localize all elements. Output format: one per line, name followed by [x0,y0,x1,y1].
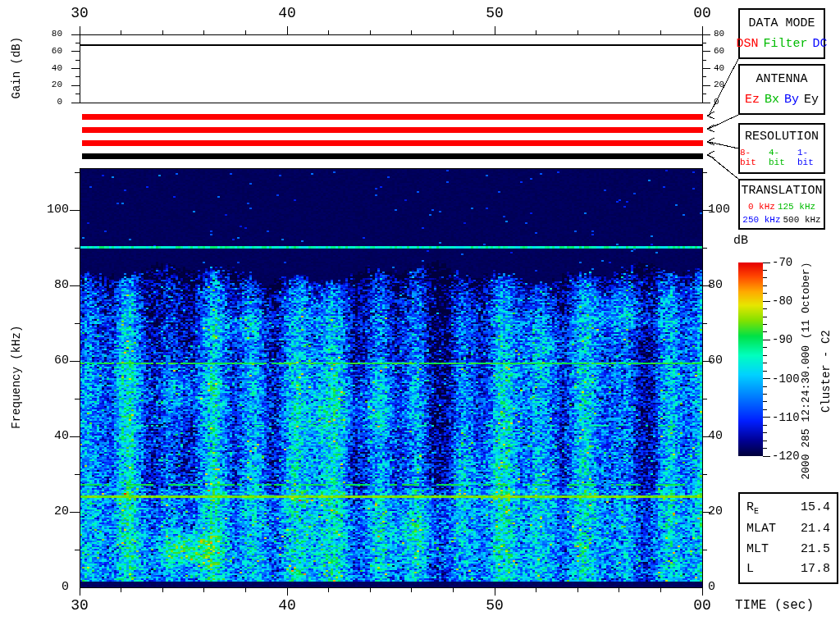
re-value: 15.4 [801,500,830,516]
data-mode-title: DATA MODE [748,16,815,30]
tick-label: 100 [33,203,69,216]
tick-label: 80 [39,30,62,39]
legend-option-by: By [784,93,799,107]
legend-option-ey: Ey [804,93,819,107]
tick-label: 80 [33,279,69,291]
legend-option-bx: Bx [765,93,779,107]
tick-label: 20 [714,80,724,89]
tick-label: 50 [477,598,513,613]
tick-label: 50 [477,6,513,21]
ephemeris-box: RE 15.4 MLAT 21.4 MLT 21.5 L 17.8 [738,492,838,584]
tick-label: -80 [772,295,792,307]
status-bar-data-mode [82,114,703,120]
tick-label: 40 [269,6,305,21]
tick-label: 0 [33,581,69,593]
ephemeris-row-re: RE 15.4 [746,500,830,516]
status-bar-antenna [82,127,703,133]
colorbar-units-label: dB [733,235,748,249]
translation-box: TRANSLATION 0 kHz125 kHz250 kHz500 kHz [738,179,825,230]
frequency-axis-title: Frequency (kHz) [11,254,23,500]
data-mode-box: DATA MODE DSNFilterDC [738,8,825,59]
tick-label: 100 [708,203,730,216]
antenna-box: ANTENNA EzBxByEy [738,64,825,115]
legend-options-row: EzBxByEy [745,93,819,107]
ephemeris-row-l: L 17.8 [746,562,830,576]
time-axis-title: TIME (sec) [735,599,814,614]
tick-label: 30 [62,598,98,613]
tick-label: -70 [772,257,792,268]
tick-label: 0 [39,98,62,107]
mlat-value: 21.4 [801,522,830,536]
legend-option-125-khz: 125 kHz [778,202,815,212]
tick-label: 60 [708,354,723,367]
resolution-box: RESOLUTION 8-bit4-bit1-bit [738,123,825,174]
tick-label: 60 [33,354,69,367]
tick-label: 0 [708,581,715,593]
legend-option-dc: DC [813,37,828,51]
tick-label: 80 [708,279,723,291]
tick-label: 40 [269,598,305,613]
gain-axis-title: Gain (dB) [11,2,23,134]
legend-option-0-khz: 0 kHz [748,202,775,212]
tick-label: 00 [684,6,720,21]
tick-label: 40 [39,64,62,73]
tick-label: 00 [684,598,720,613]
tick-label: 20 [39,80,62,89]
legend-option-8-bit: 8-bit [740,148,766,167]
legend-options-row: 8-bit4-bit1-bit [740,148,824,167]
legend-option-ez: Ez [745,93,760,107]
ephemeris-row-mlat: MLAT 21.4 [746,522,830,536]
spectrogram-canvas [80,168,702,587]
tick-label: 40 [708,430,723,442]
status-bar-resolution [82,140,703,146]
legend-option-500-khz: 500 kHz [783,215,821,225]
legend-options-row: DSNFilterDC [736,37,827,51]
tick-label: 40 [33,430,69,442]
l-value: 17.8 [801,562,830,576]
tick-label: -90 [772,334,792,345]
tick-label: 40 [714,64,724,73]
legend-option-250-khz: 250 kHz [742,215,780,225]
legend-option-4-bit: 4-bit [769,148,795,167]
tick-label: 30 [62,6,98,21]
colorbar-canvas [738,262,763,456]
spacecraft-annotation: Cluster - C2 [820,249,833,495]
tick-label: -100 [772,373,800,385]
status-bar-translation [82,153,703,159]
legend-options-row: 0 kHz125 kHz [748,202,815,212]
tick-label: -120 [772,450,800,462]
tick-label: 20 [33,505,69,518]
tick-label: -110 [772,412,800,423]
legend-option-1-bit: 1-bit [797,148,824,167]
tick-label: 20 [708,505,723,518]
tick-label: 0 [714,98,719,107]
legend-options-row: 250 kHz500 kHz [742,215,820,225]
tick-label: 60 [714,47,724,56]
legend-option-dsn: DSN [736,37,758,51]
translation-title: TRANSLATION [741,184,822,198]
tick-label: 60 [39,47,62,56]
datetime-annotation: 2000 285 12:24:30.000 (11 October) [801,248,812,494]
tick-label: 80 [714,30,724,39]
legend-option-filter: Filter [764,37,808,51]
mlt-value: 21.5 [801,542,830,556]
wbd-spectrogram-page: Gain (dB) Frequency (kHz) 2000 285 12:24… [0,0,840,630]
resolution-title: RESOLUTION [745,130,819,144]
antenna-title: ANTENNA [756,72,807,86]
ephemeris-row-mlt: MLT 21.5 [746,542,830,556]
